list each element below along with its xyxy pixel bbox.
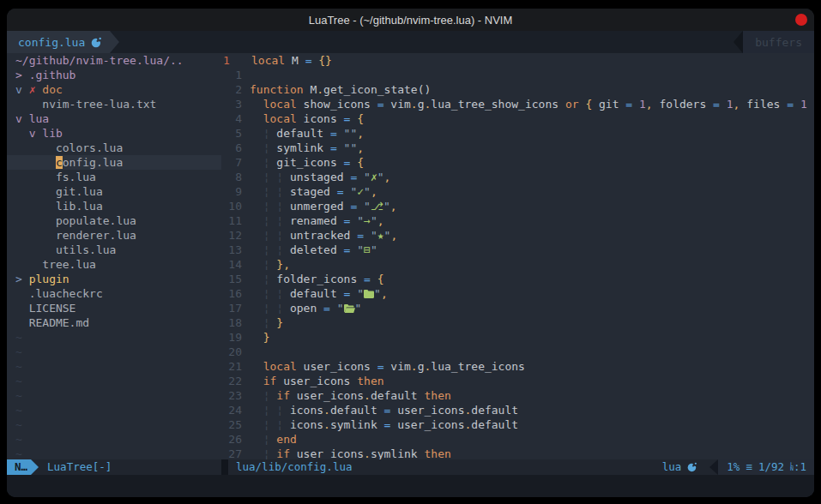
code-line-16[interactable]: 15 ¦ folder_icons = {: [221, 272, 814, 286]
text-segment: v lua: [15, 112, 49, 125]
tree-item-tree.lua[interactable]: tree.lua: [7, 257, 221, 272]
code-line-3[interactable]: 2function M.get_icon_state(): [221, 82, 814, 97]
text-segment: ": [337, 302, 344, 315]
code-line-28[interactable]: 27 ¦ if user_icons.symlink then: [221, 447, 814, 459]
code-line-10[interactable]: 9 ¦ ¦ staged = "✓",: [221, 184, 814, 199]
code-line-13[interactable]: 12 ¦ ¦ untracked = "★",: [221, 228, 814, 243]
code-line-23[interactable]: 22 if user_icons then: [221, 374, 814, 388]
code-line-1[interactable]: 1local M = {}: [221, 53, 814, 68]
code-line-25[interactable]: 24 ¦ ¦ icons.default = user_icons.defaul…: [221, 403, 814, 417]
text-segment: ¦: [276, 418, 283, 431]
tilde-marker: ~: [15, 345, 22, 358]
line-number-relative: 15: [221, 272, 242, 286]
code-line-15[interactable]: 14 ¦ },: [221, 257, 814, 272]
tree-item-lua[interactable]: v lua: [7, 111, 221, 126]
text-segment: [250, 302, 263, 315]
line-number-relative: 23: [221, 388, 242, 403]
code-line-20[interactable]: 19 }: [221, 330, 814, 345]
text-segment: ¦: [276, 302, 283, 315]
tree-item-renderer.lua[interactable]: renderer.lua: [7, 228, 221, 243]
text-segment: [283, 229, 290, 242]
code-line-22[interactable]: 21 local user_icons = vim.g.lua_tree_ico…: [221, 359, 814, 374]
text-segment: ¦: [276, 229, 283, 242]
tree-item-nvim-tree-lua.txt[interactable]: nvim-tree-lua.txt: [7, 97, 221, 111]
tree-filler-line: ~: [7, 345, 221, 359]
text-segment: [15, 127, 29, 140]
tab-config-lua[interactable]: config.lua: [7, 31, 110, 53]
tree-item-lib[interactable]: v lib: [7, 126, 221, 141]
tree-item-.github[interactable]: > .github: [7, 68, 221, 82]
text-segment: [15, 156, 56, 169]
text-segment: icons: [290, 404, 323, 417]
tree-item-git.lua[interactable]: git.lua: [7, 184, 221, 199]
tree-item-populate.lua[interactable]: populate.lua: [7, 213, 221, 228]
x-mark-icon: ✗: [371, 171, 377, 183]
statusline-tree-window: N… LuaTree[-]: [7, 459, 221, 475]
text-segment: ": [357, 243, 364, 256]
text-segment: default: [471, 418, 518, 431]
text-segment: default: [330, 404, 384, 417]
code-line-text: ¦ ¦ icons.symlink = user_icons.default: [250, 417, 518, 432]
text-segment: [283, 185, 290, 198]
line-number-relative: 19: [221, 330, 242, 345]
text-segment: populate.lua: [15, 214, 136, 227]
line-number-relative: 27: [221, 447, 242, 459]
text-segment: [337, 141, 344, 154]
code-line-17[interactable]: 16 ¦ ¦ default = "",: [221, 286, 814, 301]
tree-item-root-path[interactable]: ~/github/nvim-tree.lua/..: [7, 53, 221, 68]
code-line-5[interactable]: 4 local icons = {: [221, 111, 814, 126]
text-segment: >: [15, 273, 29, 285]
code-line-26[interactable]: 25 ¦ ¦ icons.symlink = user_icons.defaul…: [221, 417, 814, 432]
code-line-18[interactable]: 17 ¦ ¦ open = "": [221, 301, 814, 315]
text-segment: git: [592, 98, 625, 111]
code-line-11[interactable]: 10 ¦ ¦ unmerged = "⎇",: [221, 199, 814, 213]
text-segment: [250, 258, 263, 271]
tree-filler-line: ~: [7, 432, 221, 447]
code-line-14[interactable]: 13 ¦ ¦ deleted = "⊟": [221, 243, 814, 257]
text-segment: 1: [727, 98, 733, 111]
tree-item-LICENSE[interactable]: LICENSE: [7, 301, 221, 315]
tree-item-doc[interactable]: v ✗ doc: [7, 82, 221, 97]
code-line-19[interactable]: 18 ¦ }: [221, 315, 814, 330]
text-segment: =: [323, 302, 330, 315]
buffers-section: buffers: [733, 31, 814, 53]
close-icon[interactable]: [795, 14, 807, 26]
tree-item-utils.lua[interactable]: utils.lua: [7, 243, 221, 257]
code-line-21[interactable]: 20: [221, 345, 814, 359]
text-segment: lib.lua: [15, 200, 103, 213]
mode-badge-arrow: [31, 459, 39, 475]
tree-item-lib.lua[interactable]: lib.lua: [7, 199, 221, 213]
text-segment: symlink: [276, 141, 330, 154]
code-line-12[interactable]: 11 ¦ ¦ renamed = "→",: [221, 213, 814, 228]
text-segment: .: [364, 389, 371, 402]
text-segment: ": [364, 171, 371, 183]
tree-item-colors.lua[interactable]: colors.lua: [7, 141, 221, 155]
tree-item-plugin[interactable]: > plugin: [7, 272, 221, 286]
code-line-2[interactable]: 1: [221, 68, 814, 82]
tree-item-README.md[interactable]: README.md: [7, 315, 221, 330]
code-line-7[interactable]: 6 ¦ symlink = "",: [221, 141, 814, 155]
text-segment: 1: [800, 98, 807, 111]
text-segment: local: [263, 112, 297, 125]
code-line-text: local show_icons = vim.g.lua_tree_show_i…: [250, 97, 814, 111]
text-segment: LICENSE: [15, 302, 75, 315]
text-segment: lua_tree_icons: [431, 360, 525, 373]
code-line-6[interactable]: 5 ¦ default = "",: [221, 126, 814, 141]
tree-item-fs.lua[interactable]: fs.lua: [7, 170, 221, 184]
text-segment: =: [357, 229, 364, 242]
code-line-24[interactable]: 23 ¦ if user_icons.default then: [221, 388, 814, 403]
code-line-27[interactable]: 26 ¦ end: [221, 432, 814, 447]
text-segment: [330, 302, 337, 315]
code-line-text: }: [250, 330, 269, 345]
text-segment: =: [787, 98, 794, 111]
code-line-8[interactable]: 7 ¦ git_icons = {: [221, 155, 814, 170]
code-line-9[interactable]: 8 ¦ ¦ unstaged = "✗",: [221, 170, 814, 184]
command-line[interactable]: [7, 475, 814, 497]
text-segment: ¦: [276, 404, 283, 417]
text-segment: folder_icons: [276, 273, 364, 285]
tree-item-config.lua[interactable]: config.lua: [7, 155, 221, 170]
code-line-4[interactable]: 3 local show_icons = vim.g.lua_tree_show…: [221, 97, 814, 111]
text-segment: [250, 287, 263, 300]
line-number-relative: 10: [221, 199, 242, 213]
tree-item-.luacheckrc[interactable]: .luacheckrc: [7, 286, 221, 301]
